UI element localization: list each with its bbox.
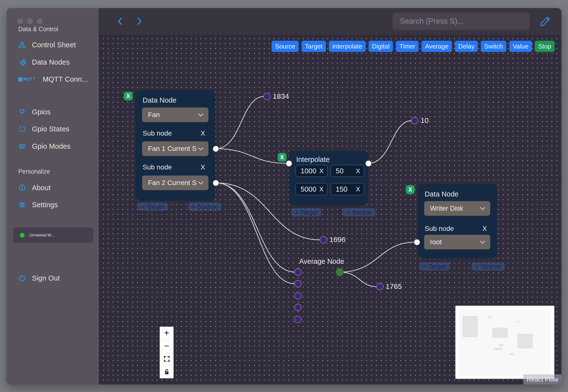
lock-button[interactable] bbox=[160, 365, 174, 378]
writer-add-target-chip[interactable]: + Target bbox=[419, 262, 450, 271]
sidebar-item-about[interactable]: About bbox=[18, 182, 51, 193]
sidebar-item-label: Settings bbox=[32, 201, 58, 209]
sidebar-item-label: Data Nodes bbox=[32, 58, 70, 66]
sidebar-item-gpios[interactable]: Gpios bbox=[18, 107, 51, 117]
fan-add-target-chip[interactable]: + Target bbox=[138, 203, 168, 211]
average-target-handle-4[interactable] bbox=[294, 304, 302, 311]
writer-target-handle[interactable] bbox=[414, 239, 420, 245]
value-remove-button[interactable]: X bbox=[356, 167, 360, 175]
average-target-handle-2[interactable] bbox=[294, 280, 302, 287]
sidebar-item-label: Gpio States bbox=[32, 125, 69, 133]
react-flow-attribution[interactable]: React Flow bbox=[523, 375, 561, 384]
writer-subnode-value: root bbox=[430, 238, 478, 246]
value-remove-button[interactable]: X bbox=[319, 185, 323, 193]
sidebar-item-label: Gpios bbox=[32, 108, 51, 116]
interpolate-value-box-2[interactable]: 50 X bbox=[331, 165, 364, 177]
sidebar-item-settings[interactable]: Settings bbox=[18, 199, 58, 210]
sidebar-item-gpio-states[interactable]: Gpio States bbox=[18, 124, 69, 134]
palette-button-interpolate[interactable]: Interpolate bbox=[329, 41, 366, 52]
chevron-down-icon bbox=[198, 145, 203, 150]
palette-button-average[interactable]: Average bbox=[421, 41, 452, 52]
value-remove-button[interactable]: X bbox=[356, 185, 360, 193]
palette-button-stop[interactable]: Stop bbox=[535, 41, 555, 52]
writer-node-delete-button[interactable]: X bbox=[406, 185, 415, 194]
interpolate-value-box-3[interactable]: 5000 X bbox=[295, 183, 328, 195]
fit-view-button[interactable] bbox=[160, 352, 174, 365]
interpolate-add-target-chip[interactable]: + Target bbox=[291, 208, 321, 216]
writer-subnode-select[interactable]: root bbox=[424, 235, 490, 249]
palette-button-timer[interactable]: Timer bbox=[396, 41, 418, 52]
fan-subnode2-source-handle[interactable] bbox=[213, 180, 219, 186]
palette-button-target[interactable]: Target bbox=[302, 41, 326, 52]
value-endpoint-dot bbox=[376, 283, 384, 290]
subnode1-remove-button[interactable]: X bbox=[201, 130, 205, 137]
fan-subnode1-source-handle[interactable] bbox=[213, 146, 219, 152]
app-window: Data & Control Control Sheet Data Nodes … bbox=[7, 8, 561, 384]
sidebar-item-workspace-active[interactable]: Unnamed W... bbox=[13, 227, 93, 243]
sidebar-item-control-sheet[interactable]: Control Sheet bbox=[18, 40, 76, 50]
writer-subnode-row: Sub node X bbox=[425, 225, 487, 233]
average-target-handle-1[interactable] bbox=[294, 268, 302, 276]
sidebar-item-mqtt[interactable]: MQTT MQTT Conn... bbox=[18, 74, 88, 84]
fan-data-node[interactable]: Data Node Fan Sub node X Fan 1 Current S… bbox=[135, 90, 215, 201]
sidebar-section-data-control: Data & Control bbox=[18, 26, 58, 33]
interpolate-node-delete-button[interactable]: X bbox=[278, 153, 286, 162]
fan-add-source-chip[interactable]: + Source bbox=[188, 203, 221, 211]
palette-button-source[interactable]: Source bbox=[272, 41, 298, 52]
edge-value-label: 1696 bbox=[329, 236, 346, 244]
sidebar-item-label: Gpio Modes bbox=[32, 142, 70, 150]
palette-button-digital[interactable]: Digital bbox=[369, 41, 393, 52]
window-close-button[interactable] bbox=[17, 18, 23, 24]
sidebar-item-sign-out[interactable]: Sign Out bbox=[18, 273, 60, 283]
sidebar-item-data-nodes[interactable]: Data Nodes bbox=[18, 57, 70, 68]
lines-icon bbox=[18, 142, 26, 150]
interpolate-source-handle[interactable] bbox=[365, 160, 372, 167]
fan-subnode2-row: Sub node X bbox=[143, 163, 205, 171]
writer-add-source-chip[interactable]: + Source bbox=[472, 262, 505, 271]
interpolate-node[interactable]: Interpolate 1000 X 50 X 5000 X 150 X bbox=[289, 151, 368, 205]
fan-type-select[interactable]: Fan bbox=[142, 108, 208, 122]
minimap[interactable] bbox=[455, 306, 554, 379]
interpolate-add-source-chip[interactable]: + Source bbox=[343, 208, 375, 216]
back-button[interactable] bbox=[116, 17, 124, 26]
fan-subnode2-select[interactable]: Fan 2 Current Spe bbox=[142, 176, 208, 190]
minimap-node bbox=[499, 344, 503, 346]
data-nodes-icon bbox=[18, 58, 26, 66]
power-icon bbox=[18, 274, 26, 282]
value-remove-button[interactable]: X bbox=[319, 167, 323, 175]
writer-type-select[interactable]: Writer Disk bbox=[424, 201, 490, 216]
interpolate-value-box-1[interactable]: 1000 X bbox=[295, 165, 328, 177]
search-input[interactable] bbox=[392, 13, 530, 30]
average-target-handle-5[interactable] bbox=[294, 316, 302, 323]
interpolate-value-box-4[interactable]: 150 X bbox=[331, 183, 364, 195]
fan-subnode1-value: Fan 1 Current Spe bbox=[148, 145, 196, 153]
writer-data-node[interactable]: Data Node Writer Disk Sub node X root bbox=[417, 184, 497, 258]
palette-button-value[interactable]: Value bbox=[509, 41, 532, 52]
minimap-node bbox=[517, 334, 533, 348]
flow-canvas[interactable]: Source Target Interpolate Digital Timer … bbox=[99, 34, 561, 384]
fan-subnode1-select[interactable]: Fan 1 Current Spe bbox=[142, 141, 208, 156]
zoom-out-button[interactable]: − bbox=[160, 340, 174, 352]
subnode-remove-button[interactable]: X bbox=[483, 225, 487, 233]
average-target-handle-3[interactable] bbox=[294, 292, 302, 299]
window-zoom-button[interactable] bbox=[37, 18, 43, 24]
fan-subnode1-row: Sub node X bbox=[143, 129, 205, 137]
zoom-in-button[interactable]: + bbox=[160, 327, 174, 340]
minimap-node bbox=[462, 316, 478, 337]
chevron-down-icon bbox=[480, 205, 485, 210]
subnode2-remove-button[interactable]: X bbox=[201, 164, 205, 171]
sidebar-item-gpio-modes[interactable]: Gpio Modes bbox=[18, 141, 70, 152]
fan-node-delete-button[interactable]: X bbox=[124, 92, 133, 100]
average-source-handle[interactable] bbox=[336, 268, 344, 276]
chevron-down-icon bbox=[480, 238, 485, 244]
palette-button-switch[interactable]: Switch bbox=[481, 41, 506, 52]
window-minimize-button[interactable] bbox=[27, 18, 33, 24]
main-area: Source Target Interpolate Digital Timer … bbox=[99, 8, 561, 384]
minimap-node bbox=[510, 353, 514, 355]
palette-button-delay[interactable]: Delay bbox=[455, 41, 478, 52]
node-title: Interpolate bbox=[296, 155, 330, 164]
control-sheet-icon bbox=[18, 41, 26, 49]
forward-button[interactable] bbox=[136, 17, 143, 26]
interpolate-target-handle[interactable] bbox=[286, 160, 292, 167]
edit-pencil-button[interactable] bbox=[539, 15, 552, 28]
